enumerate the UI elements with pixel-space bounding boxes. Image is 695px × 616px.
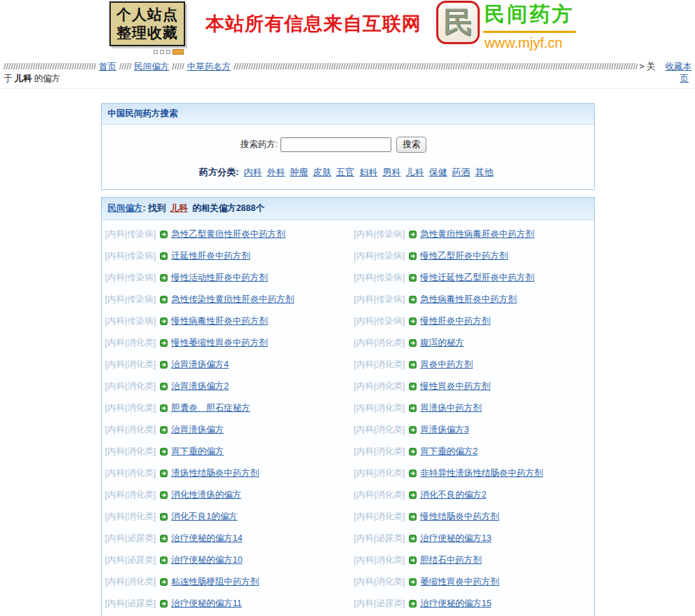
remedy-link[interactable]: 治疗便秘的偏方13	[420, 533, 491, 545]
item-category-link[interactable]: [内科|传染病]	[354, 315, 405, 327]
item-category-link[interactable]: [内科|泌尿类]	[105, 554, 156, 566]
category-link[interactable]: 肿瘤	[290, 167, 308, 177]
item-category-link[interactable]: [内科|消化类]	[105, 489, 156, 501]
category-link[interactable]: 药酒	[452, 167, 470, 177]
item-category-link[interactable]: [内科|泌尿类]	[105, 533, 156, 545]
item-category-link[interactable]: [内科|消化类]	[354, 424, 405, 436]
item-category-link[interactable]: [内科|消化类]	[105, 467, 156, 479]
remedy-link[interactable]: 消化性溃疡的偏方	[171, 489, 241, 501]
bookmark-page-link-wrap[interactable]: 页	[680, 73, 689, 85]
item-category-link[interactable]: [内科|消化类]	[354, 381, 405, 392]
category-link[interactable]: 其他	[475, 167, 493, 177]
results-keyword-link[interactable]: 儿科	[170, 203, 188, 213]
search-button[interactable]: 搜索	[396, 137, 426, 153]
item-category-link[interactable]: [内科|传染病]	[354, 250, 405, 262]
item-category-link[interactable]: [内科|消化类]	[105, 337, 156, 349]
remedy-link[interactable]: 治胃溃疡偏方2	[171, 381, 229, 392]
list-item: [内科|泌尿类] 治疗便秘的偏方11	[105, 593, 354, 615]
green-arrow-icon	[160, 383, 168, 390]
item-category-link[interactable]: [内科|泌尿类]	[354, 598, 405, 610]
remedy-link[interactable]: 治疗便秘的偏方11	[171, 598, 241, 610]
remedy-link[interactable]: 胃溃疡偏方3	[420, 424, 468, 436]
remedy-link[interactable]: 萎缩性胃炎中药方剂	[420, 576, 499, 588]
nav-link-folk-remedies[interactable]: 民间偏方	[134, 61, 169, 73]
item-category-link[interactable]: [内科|消化类]	[354, 489, 405, 501]
item-category-link[interactable]: [内科|消化类]	[105, 576, 156, 588]
remedy-link[interactable]: 非特异性溃疡性结肠炎中药方剂	[420, 467, 543, 479]
bookmark-page-link[interactable]: 收藏本	[666, 61, 692, 73]
item-category-link[interactable]: [内科|消化类]	[105, 359, 156, 371]
item-category-link[interactable]: [内科|消化类]	[354, 467, 405, 479]
remedy-link[interactable]: 消化不良的偏方2	[420, 489, 486, 501]
remedy-link[interactable]: 急性黄疸性病毒肝炎中药方剂	[420, 228, 534, 240]
remedy-link[interactable]: 消化不良1的偏方	[171, 511, 237, 523]
item-category-link[interactable]: [内科|消化类]	[354, 402, 405, 414]
list-item: [内科|传染病] 急性黄疸性病毒肝炎中药方剂	[354, 224, 594, 245]
remedy-link[interactable]: 胃下垂的偏方2	[420, 446, 478, 458]
item-category-link[interactable]: [内科|消化类]	[105, 402, 156, 414]
folk-remedies-link[interactable]: 民间偏方	[108, 203, 143, 213]
remedy-link[interactable]: 急性乙型黄疸性肝炎中药方剂	[171, 228, 285, 240]
remedy-link[interactable]: 胃溃疡中药方剂	[420, 402, 482, 414]
remedy-link[interactable]: 胃炎中药方剂	[420, 359, 473, 371]
item-category-link[interactable]: [内科|消化类]	[354, 576, 405, 588]
item-category-link[interactable]: [内科|消化类]	[354, 359, 405, 371]
remedy-link[interactable]: 迁延性肝炎中药方剂	[171, 250, 250, 262]
remedy-link[interactable]: 慢性活动性肝炎中药方剂	[171, 272, 268, 284]
slash-separator: /////	[172, 61, 184, 73]
remedy-link[interactable]: 腹泻的秘方	[420, 337, 464, 349]
category-link[interactable]: 内科	[243, 167, 262, 177]
category-link[interactable]: 保健	[429, 167, 447, 177]
remedy-link[interactable]: 急性传染性黄疸性肝炎中药方剂	[171, 294, 294, 306]
item-category-link[interactable]: [内科|传染病]	[105, 250, 156, 262]
search-input[interactable]	[281, 137, 391, 152]
green-arrow-icon	[409, 448, 417, 456]
remedy-link[interactable]: 治疗便秘的偏方15	[420, 598, 491, 610]
remedy-link[interactable]: 胆结石中药方剂	[420, 554, 482, 566]
remedy-link[interactable]: 急性病毒性肝炎中药方剂	[420, 294, 517, 306]
item-category-link[interactable]: [内科|消化类]	[354, 446, 405, 458]
item-category-link[interactable]: [内科|传染病]	[354, 272, 405, 284]
item-category-link[interactable]: [内科|泌尿类]	[105, 598, 156, 610]
site-logo[interactable]: 民 民间药方 www.mjyf.cn	[436, 1, 576, 51]
remedy-link[interactable]: 胆囊炎、胆石症秘方	[171, 402, 250, 414]
item-category-link[interactable]: [内科|传染病]	[105, 294, 156, 306]
nav-link-home[interactable]: 首页	[99, 61, 116, 73]
item-category-link[interactable]: [内科|传染病]	[354, 294, 405, 306]
category-link[interactable]: 妇科	[359, 167, 377, 177]
remedy-link[interactable]: 治胃溃疡偏方4	[171, 359, 229, 371]
item-category-link[interactable]: [内科|传染病]	[105, 315, 156, 327]
item-category-link[interactable]: [内科|泌尿类]	[354, 533, 405, 545]
remedy-link[interactable]: 慢性肝炎中药方剂	[420, 315, 490, 327]
nav-link-herbal-formulas[interactable]: 中草药名方	[187, 61, 231, 73]
remedy-link[interactable]: 慢性胃炎中药方剂	[420, 381, 490, 392]
item-category-link[interactable]: [内科|消化类]	[354, 337, 405, 349]
remedy-link[interactable]: 慢性结肠炎中药方剂	[420, 511, 499, 523]
item-category-link[interactable]: [内科|传染病]	[105, 228, 156, 240]
item-category-link[interactable]: [内科|消化类]	[105, 424, 156, 436]
item-category-link[interactable]: [内科|传染病]	[105, 272, 156, 284]
remedy-link[interactable]: 溃疡性结肠炎中药方剂	[171, 467, 259, 479]
item-category-link[interactable]: [内科|消化类]	[354, 554, 405, 566]
remedy-link[interactable]: 粘连性肠梗阻中药方剂	[171, 576, 259, 588]
remedy-link[interactable]: 慢性病毒性肝炎中药方剂	[171, 315, 268, 327]
category-link[interactable]: 皮肤	[313, 167, 331, 177]
item-category-link[interactable]: [内科|消化类]	[105, 381, 156, 392]
category-link[interactable]: 儿科	[405, 167, 424, 177]
remedy-link[interactable]: 治疗便秘的偏方14	[171, 533, 242, 545]
category-link[interactable]: 男科	[382, 167, 400, 177]
remedy-link[interactable]: 慢性迁延性乙型肝炎中药方剂	[420, 272, 534, 284]
item-category-link[interactable]: [内科|消化类]	[354, 511, 405, 523]
item-category-link[interactable]: [内科|消化类]	[105, 446, 156, 458]
category-link[interactable]: 五官	[336, 167, 354, 177]
remedy-link[interactable]: 胃下垂的偏方	[171, 446, 224, 458]
item-category-link[interactable]: [内科|传染病]	[354, 228, 405, 240]
category-link[interactable]: 外科	[266, 167, 285, 177]
remedy-link[interactable]: 治疗便秘的偏方10	[171, 554, 242, 566]
remedy-link[interactable]: 慢性萎缩性胃炎中药方剂	[171, 337, 268, 349]
list-item: [内科|消化类] 胆囊炎、胆石症秘方	[105, 397, 354, 419]
remedy-link[interactable]: 治胃溃疡偏方	[171, 424, 224, 436]
item-category-link[interactable]: [内科|消化类]	[105, 511, 156, 523]
remedy-link[interactable]: 慢性乙型肝炎中药方剂	[420, 250, 508, 262]
green-arrow-icon	[160, 535, 168, 542]
